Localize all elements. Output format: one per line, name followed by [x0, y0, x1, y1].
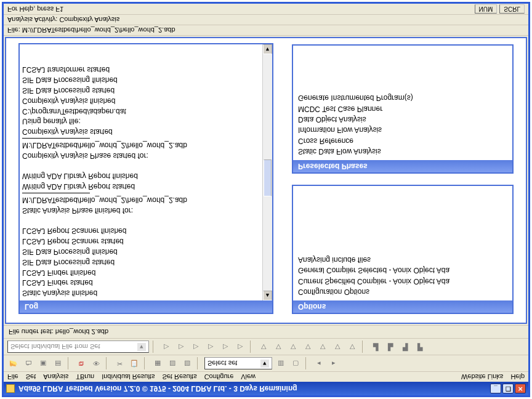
log-line: Writing ADA Library Report finished — [22, 171, 260, 182]
tool-block-1-icon[interactable]: ▽ — [257, 341, 270, 353]
log-line — [22, 216, 260, 226]
menu-set-results[interactable]: Set Results — [162, 373, 196, 381]
file-under-test-line: File under test: hello_world 2.adb — [4, 325, 528, 338]
statusbar: For Help, press F1 NUM SCRL — [4, 4, 528, 15]
log-body: Static Analysis finishedLCSAJ Finder sta… — [20, 44, 272, 300]
tool-run-5-icon[interactable]: ▷ — [219, 341, 232, 353]
tool-folder-icon[interactable]: 🗀 — [22, 357, 34, 369]
status-scrl: SCRL — [499, 4, 525, 14]
info-file-path: M://LDRATestbed/hello_world_2/hello_worl… — [22, 26, 175, 34]
menu-file[interactable]: File — [7, 373, 18, 381]
tool-scissors-icon[interactable]: ✂ — [113, 357, 126, 369]
options-item: General Compiler Selected - Aonix Object… — [298, 265, 507, 275]
info-activity-line: Analysis Activity: Complexity Analysis — [4, 15, 528, 25]
minimize-button[interactable]: _ — [490, 384, 501, 393]
log-line: SIF Data Processing finished — [22, 246, 260, 257]
menu-set[interactable]: Set — [26, 373, 36, 381]
tool-block-7-icon[interactable]: ▽ — [346, 341, 358, 353]
tool-config-3-icon[interactable]: ▨ — [181, 357, 193, 369]
toolbar-2: Select Individual File from Set ▾ ▷ ▷ ▷ … — [4, 338, 528, 355]
info-file-line: File: M://LDRATestbed/hello_world_2/hell… — [4, 25, 528, 36]
close-button[interactable]: ✕ — [515, 384, 526, 393]
options-panel: Options Configuration Options Current Sp… — [292, 185, 514, 314]
log-line: Static Analysis Phase finished for: — [22, 205, 260, 216]
phases-list: Static Data Flow Analysis Cross Referenc… — [293, 46, 512, 160]
log-line: M:/LDRATestbed/hello_world_2/hello_world… — [22, 195, 260, 205]
scroll-up-icon[interactable]: ▲ — [263, 291, 272, 300]
tool-block-6-icon[interactable]: ▽ — [331, 341, 344, 353]
tool-block-5-icon[interactable]: ▽ — [316, 341, 329, 353]
tool-chart-1-icon[interactable]: ▟ — [369, 341, 382, 353]
log-scrollbar[interactable]: ▲ ▼ — [262, 44, 272, 300]
phases-item: Data Object Analysis — [298, 114, 507, 124]
scroll-down-icon[interactable]: ▼ — [263, 44, 272, 54]
menu-view[interactable]: View — [241, 373, 256, 381]
tool-paste-icon[interactable]: 📋 — [128, 357, 140, 369]
tool-block-3-icon[interactable]: ▽ — [287, 341, 299, 353]
log-line: LCSAJ Report Scanner finished — [22, 226, 260, 236]
log-separator — [22, 193, 90, 193]
log-line: Complexity Analysis started — [22, 126, 260, 137]
log-line: LCSAJ transformer started — [22, 65, 260, 75]
tool-left-icon[interactable]: ◂ — [313, 357, 325, 369]
select-set-combo[interactable]: Select set ▾ — [204, 357, 272, 369]
log-line: SIF Data Processing started — [22, 85, 260, 95]
scroll-thumb[interactable] — [264, 159, 272, 196]
tool-run-2-icon[interactable]: ▷ — [175, 341, 187, 353]
titlebar: Ada95 LDRA Testbed Version 7.2.0 © 1975 … — [4, 382, 528, 395]
log-line: SIF Data Processing finished — [22, 75, 260, 86]
scroll-track[interactable] — [263, 54, 272, 291]
tool-set-add-icon[interactable]: ▥ — [275, 357, 287, 369]
tool-chart-4-icon[interactable]: ▛ — [414, 341, 426, 353]
tool-run-4-icon[interactable]: ▷ — [204, 341, 217, 353]
options-list: Configuration Options Current Specified … — [293, 186, 512, 300]
tool-doc-icon[interactable]: ▤ — [52, 357, 64, 369]
phases-item: Information Flow Analysis — [298, 124, 507, 135]
select-set-label: Select set — [208, 360, 237, 367]
phases-item: Cross Reference — [298, 135, 507, 145]
file-under-test-value: hello_world 2.adb — [55, 328, 108, 336]
log-line: SIF Data Processing started — [22, 257, 260, 267]
tool-block-4-icon[interactable]: ▽ — [302, 341, 314, 353]
tool-run-1-icon[interactable]: ▷ — [160, 341, 172, 353]
menu-tbrun[interactable]: TBrun — [76, 373, 94, 381]
maximize-button[interactable]: ❐ — [502, 384, 514, 393]
log-line — [22, 161, 260, 171]
tool-chart-2-icon[interactable]: ▙ — [384, 341, 397, 353]
tool-doc-red-icon[interactable]: ▣ — [37, 357, 49, 369]
log-separator — [22, 138, 90, 139]
tool-tree-icon[interactable]: ⧉ — [75, 357, 87, 369]
options-item: Analysing include files — [298, 254, 507, 265]
toolbar-1: 📂 🗀 ▣ ▤ ⧉ 👁 ✂ 📋 ▦ ▧ ▨ Select set ▾ ▥ ▢ ◂… — [4, 355, 528, 371]
log-line: Complexity Analysis Phase started for: — [22, 150, 260, 161]
menu-website-links[interactable]: Website Links — [461, 373, 503, 381]
tool-right-icon[interactable]: ▸ — [328, 357, 340, 369]
status-help-text: For Help, press F1 — [7, 6, 63, 13]
tool-open-icon[interactable]: 📂 — [7, 357, 20, 369]
menu-individual-results[interactable]: Individual Results — [102, 373, 155, 381]
tool-run-6-icon[interactable]: ▷ — [234, 341, 246, 353]
tool-config-2-icon[interactable]: ▧ — [166, 357, 179, 369]
log-panel: Log Static Analysis finishedLCSAJ Finder… — [18, 43, 273, 314]
log-line: C:/program/Testbed/adapen.dat — [22, 106, 260, 116]
log-lines: Static Analysis finishedLCSAJ Finder sta… — [20, 44, 262, 300]
tool-chart-3-icon[interactable]: ▜ — [399, 341, 411, 353]
menu-help[interactable]: Help — [510, 373, 525, 381]
tool-block-2-icon[interactable]: ▽ — [272, 341, 284, 353]
app-icon: Ada95 LDRA Testbed Version 7.2.0 © 1975 … — [6, 384, 297, 393]
menu-analysis[interactable]: Analysis — [43, 373, 68, 381]
log-line: Writing ADA Library Report started — [22, 181, 260, 191]
tool-run-3-icon[interactable]: ▷ — [190, 341, 202, 353]
tool-eye-icon[interactable]: 👁 — [90, 357, 102, 369]
combo-arrow-icon: ▾ — [137, 343, 146, 351]
log-line: Static Analysis finished — [22, 288, 260, 298]
info-activity-value: Complexity Analysis — [59, 16, 119, 23]
log-line: LCSAJ Finder finished — [22, 267, 260, 278]
menu-configure[interactable]: Configure — [204, 373, 234, 381]
tool-config-1-icon[interactable]: ▦ — [151, 357, 164, 369]
log-line: Complexity Analysis finished — [22, 95, 260, 106]
phases-item: MCDC Test Case Planner — [298, 103, 507, 113]
tool-set-remove-icon[interactable]: ▢ — [289, 357, 302, 369]
select-file-combo[interactable]: Select Individual File from Set ▾ — [7, 341, 149, 353]
window-title: Ada95 LDRA Testbed Version 7.2.0 © 1975 … — [18, 384, 297, 393]
